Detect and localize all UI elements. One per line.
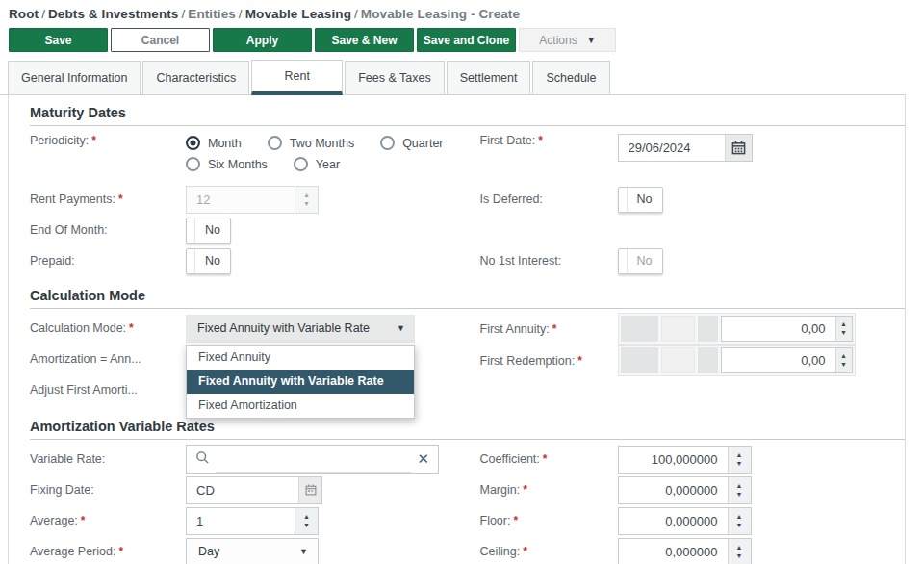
menu-item-fixed-amortization[interactable]: Fixed Amortization [187, 394, 414, 418]
tab-rent[interactable]: Rent [251, 60, 343, 95]
spinner-buttons[interactable]: ▲ ▼ [728, 447, 751, 473]
prepaid-toggle[interactable]: No [186, 248, 231, 274]
rent-tab-panel: Maturity Dates Periodicity:* Month Two M… [8, 95, 906, 564]
coefficient-label: Coefficient:* [480, 452, 618, 466]
radio-icon[interactable] [380, 136, 395, 150]
floor-input[interactable] [619, 508, 728, 534]
field-floor: Floor:* ▲ ▼ [468, 505, 906, 536]
spinner-buttons[interactable]: ▲ ▼ [728, 477, 751, 503]
toggle-value: No [195, 218, 230, 243]
required-asterisk: * [543, 452, 548, 466]
radio-six-months[interactable]: Six Months [186, 157, 268, 171]
first-date-input[interactable] [619, 135, 725, 161]
coefficient-input[interactable] [619, 447, 728, 473]
toggle-stripe [619, 188, 628, 212]
required-asterisk: * [91, 134, 96, 147]
is-deferred-label: Is Deferred: [480, 192, 618, 206]
tab-characteristics[interactable]: Characteristics [142, 61, 249, 94]
breadcrumb-movable-leasing[interactable]: Movable Leasing [245, 7, 351, 21]
average-period-select[interactable]: Day ▼ [186, 538, 319, 564]
breadcrumb-separator: / [236, 7, 245, 21]
breadcrumb-root[interactable]: Root [9, 7, 38, 21]
spacer-row [468, 376, 906, 407]
coefficient-stepper: ▲ ▼ [618, 446, 752, 474]
breadcrumb-entities[interactable]: Entities [188, 7, 236, 21]
margin-input[interactable] [619, 477, 728, 503]
field-margin: Margin:* ▲ ▼ [468, 474, 906, 505]
radio-year[interactable]: Year [294, 157, 340, 171]
breadcrumb-debts-investments[interactable]: Debts & Investments [48, 7, 178, 21]
tab-general-information[interactable]: General Information [8, 61, 141, 94]
calendar-icon[interactable] [725, 135, 752, 161]
floor-label: Floor:* [480, 514, 618, 527]
radio-icon[interactable] [294, 157, 308, 171]
spinner-buttons: ▲ ▼ [295, 187, 318, 213]
spinner-up-icon: ▲ [736, 514, 743, 520]
variable-rate-lookup[interactable]: ✕ [186, 445, 439, 474]
is-deferred-toggle[interactable]: No [618, 187, 663, 213]
clear-icon[interactable]: ✕ [417, 451, 429, 467]
field-is-deferred: Is Deferred: No [468, 184, 906, 215]
save-button[interactable]: Save [9, 28, 108, 52]
radio-selected-icon[interactable] [186, 136, 200, 150]
radio-two-months[interactable]: Two Months [268, 136, 354, 150]
first-redemption-input [722, 348, 835, 372]
ceiling-input[interactable] [619, 539, 728, 564]
breadcrumb-separator: / [178, 7, 188, 21]
rent-payments-label: Rent Payments:* [30, 192, 186, 206]
average-period-value: Day [198, 545, 219, 558]
menu-item-fixed-annuity[interactable]: Fixed Annuity [187, 346, 414, 370]
spinner-down-icon: ▼ [736, 553, 743, 559]
required-asterisk: * [118, 192, 123, 206]
radio-icon[interactable] [268, 136, 282, 150]
calendar-icon [298, 477, 321, 503]
spacer-row [468, 215, 906, 245]
required-asterisk: * [513, 514, 518, 527]
adjust-first-amortization-label: Adjust First Amorti... [30, 383, 186, 397]
breadcrumb-separator: / [351, 7, 361, 21]
variable-rate-input[interactable] [216, 465, 411, 473]
radio-quarter[interactable]: Quarter [380, 136, 443, 150]
field-rent-payments: Rent Payments:* ▲ ▼ [30, 184, 468, 215]
apply-button[interactable]: Apply [213, 28, 312, 52]
spinner-buttons[interactable]: ▲ ▼ [728, 539, 751, 564]
average-label: Average:* [30, 514, 186, 527]
toggle-stripe [187, 249, 195, 273]
calculation-mode-value: Fixed Annuity with Variable Rate [197, 321, 370, 335]
actions-button-label: Actions [539, 34, 577, 47]
chevron-down-icon: ▼ [397, 323, 405, 333]
menu-item-fixed-annuity-variable-rate[interactable]: Fixed Annuity with Variable Rate [187, 370, 414, 394]
required-asterisk: * [118, 545, 123, 558]
field-first-date: First Date:* [468, 130, 906, 184]
radio-month[interactable]: Month [186, 136, 242, 150]
tab-settlement[interactable]: Settlement [447, 61, 531, 94]
first-redemption-composite: ▲ ▼ [618, 345, 856, 376]
section-title-maturity-dates: Maturity Dates [30, 97, 905, 126]
amortization-annuity-label: Amortization = Ann... [30, 352, 186, 366]
periodicity-label: Periodicity:* [30, 134, 186, 147]
end-of-month-toggle[interactable]: No [186, 218, 231, 244]
average-input[interactable] [187, 508, 295, 534]
toggle-stripe [619, 249, 628, 273]
tab-fees-taxes[interactable]: Fees & Taxes [345, 61, 445, 94]
calculation-mode-select[interactable]: Fixed Annuity with Variable Rate ▼ [186, 315, 415, 343]
radio-icon[interactable] [186, 157, 200, 171]
field-fixing-date: Fixing Date: [30, 474, 468, 505]
rent-payments-stepper: ▲ ▼ [186, 186, 319, 214]
fixing-date-label: Fixing Date: [30, 483, 186, 497]
actions-button[interactable]: Actions ▼ [519, 28, 616, 52]
spinner-up-icon: ▲ [736, 452, 743, 458]
spinner-buttons[interactable]: ▲ ▼ [295, 508, 318, 534]
required-asterisk: * [523, 545, 527, 558]
spinner-buttons[interactable]: ▲ ▼ [728, 508, 751, 534]
margin-label: Margin:* [480, 483, 618, 497]
spinner-down-icon: ▼ [840, 362, 847, 368]
spinner-up-icon: ▲ [736, 483, 743, 489]
field-average: Average:* ▲ ▼ [30, 505, 468, 536]
cancel-button[interactable]: Cancel [111, 28, 210, 52]
fixing-date-input[interactable] [187, 477, 298, 503]
no-1st-interest-toggle: No [618, 248, 663, 274]
save-and-new-button[interactable]: Save & New [315, 28, 414, 52]
tab-schedule[interactable]: Schedule [532, 61, 609, 94]
save-and-clone-button[interactable]: Save and Clone [417, 28, 516, 52]
